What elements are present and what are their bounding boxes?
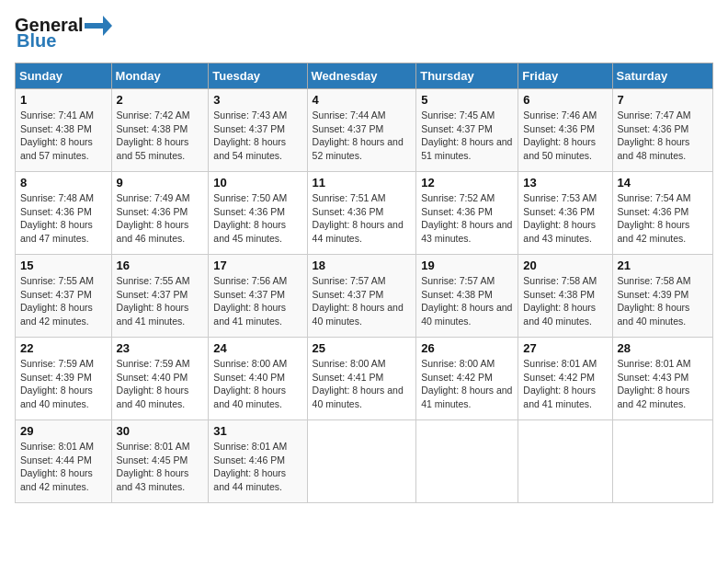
day-info: Sunrise: 7:43 AM Sunset: 4:37 PM Dayligh… [213, 109, 301, 163]
day-info: Sunrise: 7:58 AM Sunset: 4:39 PM Dayligh… [618, 274, 708, 328]
calendar-cell: 21 Sunrise: 7:58 AM Sunset: 4:39 PM Dayl… [612, 255, 712, 338]
calendar-cell: 2 Sunrise: 7:42 AM Sunset: 4:38 PM Dayli… [111, 89, 209, 172]
day-number: 21 [618, 259, 708, 272]
calendar-cell [307, 420, 416, 503]
calendar-cell [416, 420, 518, 503]
day-info: Sunrise: 8:00 AM Sunset: 4:41 PM Dayligh… [313, 357, 412, 411]
day-number: 19 [421, 259, 513, 272]
day-number: 6 [523, 93, 607, 107]
calendar-cell: 11 Sunrise: 7:51 AM Sunset: 4:36 PM Dayl… [307, 172, 416, 255]
day-number: 12 [421, 176, 513, 190]
day-info: Sunrise: 7:44 AM Sunset: 4:37 PM Dayligh… [313, 109, 412, 163]
day-info: Sunrise: 7:57 AM Sunset: 4:37 PM Dayligh… [313, 274, 412, 328]
day-info: Sunrise: 7:57 AM Sunset: 4:38 PM Dayligh… [421, 274, 513, 328]
calendar-header: General Blue [15, 15, 713, 52]
calendar-cell [518, 420, 612, 503]
day-info: Sunrise: 7:45 AM Sunset: 4:37 PM Dayligh… [421, 109, 513, 163]
calendar-cell: 26 Sunrise: 8:00 AM Sunset: 4:42 PM Dayl… [416, 338, 518, 420]
day-number: 1 [20, 93, 107, 107]
col-header-wednesday: Wednesday [307, 63, 416, 89]
calendar-cell: 14 Sunrise: 7:54 AM Sunset: 4:36 PM Dayl… [612, 172, 712, 255]
day-number: 31 [213, 424, 301, 438]
svg-marker-0 [85, 16, 112, 36]
day-number: 23 [117, 341, 204, 355]
day-number: 20 [523, 259, 607, 272]
calendar-week-row: 8 Sunrise: 7:48 AM Sunset: 4:36 PM Dayli… [16, 172, 713, 255]
calendar-cell: 17 Sunrise: 7:56 AM Sunset: 4:37 PM Dayl… [209, 255, 307, 338]
day-info: Sunrise: 7:49 AM Sunset: 4:36 PM Dayligh… [117, 191, 204, 246]
col-header-monday: Monday [111, 63, 209, 89]
calendar-header-row: SundayMondayTuesdayWednesdayThursdayFrid… [16, 63, 713, 89]
calendar-cell: 6 Sunrise: 7:46 AM Sunset: 4:36 PM Dayli… [518, 89, 612, 172]
col-header-tuesday: Tuesday [209, 63, 307, 89]
logo: General Blue [15, 15, 112, 52]
calendar-cell: 12 Sunrise: 7:52 AM Sunset: 4:36 PM Dayl… [416, 172, 518, 255]
calendar-cell: 31 Sunrise: 8:01 AM Sunset: 4:46 PM Dayl… [209, 420, 307, 503]
day-number: 14 [618, 176, 708, 190]
day-info: Sunrise: 7:59 AM Sunset: 4:40 PM Dayligh… [117, 357, 204, 411]
calendar-cell: 19 Sunrise: 7:57 AM Sunset: 4:38 PM Dayl… [416, 255, 518, 338]
calendar-cell: 10 Sunrise: 7:50 AM Sunset: 4:36 PM Dayl… [209, 172, 307, 255]
calendar-cell: 29 Sunrise: 8:01 AM Sunset: 4:44 PM Dayl… [16, 420, 112, 503]
calendar-cell: 13 Sunrise: 7:53 AM Sunset: 4:36 PM Dayl… [518, 172, 612, 255]
day-number: 17 [213, 259, 301, 272]
calendar-cell [612, 420, 712, 503]
calendar-cell: 3 Sunrise: 7:43 AM Sunset: 4:37 PM Dayli… [209, 89, 307, 172]
day-info: Sunrise: 7:46 AM Sunset: 4:36 PM Dayligh… [523, 109, 607, 163]
calendar-cell: 5 Sunrise: 7:45 AM Sunset: 4:37 PM Dayli… [416, 89, 518, 172]
day-number: 5 [421, 93, 513, 107]
day-info: Sunrise: 8:01 AM Sunset: 4:44 PM Dayligh… [20, 440, 107, 494]
calendar-cell: 9 Sunrise: 7:49 AM Sunset: 4:36 PM Dayli… [111, 172, 209, 255]
day-info: Sunrise: 8:01 AM Sunset: 4:46 PM Dayligh… [213, 440, 301, 494]
day-number: 28 [618, 341, 708, 355]
day-number: 13 [523, 176, 607, 190]
day-info: Sunrise: 7:58 AM Sunset: 4:38 PM Dayligh… [523, 274, 607, 328]
day-number: 4 [313, 93, 412, 107]
calendar-cell: 18 Sunrise: 7:57 AM Sunset: 4:37 PM Dayl… [307, 255, 416, 338]
day-info: Sunrise: 7:55 AM Sunset: 4:37 PM Dayligh… [20, 274, 107, 328]
calendar-cell: 27 Sunrise: 8:01 AM Sunset: 4:42 PM Dayl… [518, 338, 612, 420]
logo-arrow-icon [85, 16, 112, 36]
calendar-cell: 28 Sunrise: 8:01 AM Sunset: 4:43 PM Dayl… [612, 338, 712, 420]
logo-text-blue: Blue [17, 30, 56, 52]
calendar-cell: 4 Sunrise: 7:44 AM Sunset: 4:37 PM Dayli… [307, 89, 416, 172]
day-info: Sunrise: 7:54 AM Sunset: 4:36 PM Dayligh… [618, 191, 708, 246]
day-info: Sunrise: 7:52 AM Sunset: 4:36 PM Dayligh… [421, 191, 513, 246]
calendar-cell: 1 Sunrise: 7:41 AM Sunset: 4:38 PM Dayli… [16, 89, 112, 172]
col-header-thursday: Thursday [416, 63, 518, 89]
day-info: Sunrise: 7:41 AM Sunset: 4:38 PM Dayligh… [20, 109, 107, 163]
day-number: 10 [213, 176, 301, 190]
calendar-table: SundayMondayTuesdayWednesdayThursdayFrid… [15, 63, 713, 503]
calendar-week-row: 15 Sunrise: 7:55 AM Sunset: 4:37 PM Dayl… [16, 255, 713, 338]
calendar-cell: 20 Sunrise: 7:58 AM Sunset: 4:38 PM Dayl… [518, 255, 612, 338]
calendar-cell: 7 Sunrise: 7:47 AM Sunset: 4:36 PM Dayli… [612, 89, 712, 172]
day-number: 3 [213, 93, 301, 107]
day-info: Sunrise: 7:48 AM Sunset: 4:36 PM Dayligh… [20, 191, 107, 246]
day-info: Sunrise: 8:01 AM Sunset: 4:45 PM Dayligh… [117, 440, 204, 494]
calendar-cell: 23 Sunrise: 7:59 AM Sunset: 4:40 PM Dayl… [111, 338, 209, 420]
day-info: Sunrise: 7:59 AM Sunset: 4:39 PM Dayligh… [20, 357, 107, 411]
day-number: 16 [117, 259, 204, 272]
calendar-cell: 16 Sunrise: 7:55 AM Sunset: 4:37 PM Dayl… [111, 255, 209, 338]
calendar-week-row: 29 Sunrise: 8:01 AM Sunset: 4:44 PM Dayl… [16, 420, 713, 503]
day-number: 26 [421, 341, 513, 355]
calendar-week-row: 22 Sunrise: 7:59 AM Sunset: 4:39 PM Dayl… [16, 338, 713, 420]
day-info: Sunrise: 7:50 AM Sunset: 4:36 PM Dayligh… [213, 191, 301, 246]
day-info: Sunrise: 8:00 AM Sunset: 4:40 PM Dayligh… [213, 357, 301, 411]
day-number: 24 [213, 341, 301, 355]
day-info: Sunrise: 8:01 AM Sunset: 4:42 PM Dayligh… [523, 357, 607, 411]
day-number: 9 [117, 176, 204, 190]
day-number: 7 [618, 93, 708, 107]
day-number: 25 [313, 341, 412, 355]
day-number: 18 [313, 259, 412, 272]
day-info: Sunrise: 8:01 AM Sunset: 4:43 PM Dayligh… [618, 357, 708, 411]
calendar-cell: 30 Sunrise: 8:01 AM Sunset: 4:45 PM Dayl… [111, 420, 209, 503]
day-number: 27 [523, 341, 607, 355]
day-info: Sunrise: 7:42 AM Sunset: 4:38 PM Dayligh… [117, 109, 204, 163]
col-header-sunday: Sunday [16, 63, 112, 89]
calendar-cell: 8 Sunrise: 7:48 AM Sunset: 4:36 PM Dayli… [16, 172, 112, 255]
day-info: Sunrise: 7:53 AM Sunset: 4:36 PM Dayligh… [523, 191, 607, 246]
col-header-friday: Friday [518, 63, 612, 89]
day-number: 30 [117, 424, 204, 438]
day-number: 11 [313, 176, 412, 190]
